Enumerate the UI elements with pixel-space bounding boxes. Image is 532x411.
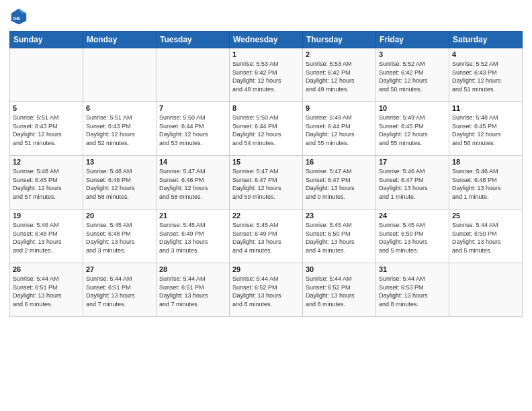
cell-info: Sunrise: 5:50 AM Sunset: 6:44 PM Dayligh… <box>232 113 300 147</box>
calendar-cell: 31Sunrise: 5:44 AM Sunset: 6:53 PM Dayli… <box>376 263 449 317</box>
cell-info: Sunrise: 5:44 AM Sunset: 6:52 PM Dayligh… <box>232 275 300 308</box>
calendar-cell: 3Sunrise: 5:52 AM Sunset: 6:42 PM Daylig… <box>376 48 449 102</box>
day-number: 23 <box>306 212 373 220</box>
day-number: 8 <box>232 104 300 112</box>
day-number: 10 <box>379 104 446 112</box>
calendar-cell: 26Sunrise: 5:44 AM Sunset: 6:51 PM Dayli… <box>10 263 83 317</box>
calendar-cell: 15Sunrise: 5:47 AM Sunset: 6:47 PM Dayli… <box>230 156 303 210</box>
cell-info: Sunrise: 5:44 AM Sunset: 6:51 PM Dayligh… <box>86 275 153 308</box>
cell-info: Sunrise: 5:45 AM Sunset: 6:50 PM Dayligh… <box>306 221 373 255</box>
day-number: 2 <box>306 50 373 58</box>
day-number: 18 <box>452 158 519 166</box>
cell-info: Sunrise: 5:45 AM Sunset: 6:49 PM Dayligh… <box>232 221 300 255</box>
header-sunday: Sunday <box>10 32 83 48</box>
day-number: 1 <box>232 50 300 58</box>
calendar-header: SundayMondayTuesdayWednesdayThursdayFrid… <box>10 32 523 48</box>
cell-info: Sunrise: 5:51 AM Sunset: 6:43 PM Dayligh… <box>86 113 153 147</box>
day-number: 28 <box>159 265 226 273</box>
cell-info: Sunrise: 5:45 AM Sunset: 6:50 PM Dayligh… <box>379 221 446 255</box>
calendar-cell: 24Sunrise: 5:45 AM Sunset: 6:50 PM Dayli… <box>376 210 449 263</box>
cell-info: Sunrise: 5:44 AM Sunset: 6:50 PM Dayligh… <box>452 221 519 255</box>
cell-info: Sunrise: 5:44 AM Sunset: 6:53 PM Dayligh… <box>379 275 446 308</box>
day-number: 29 <box>232 265 300 273</box>
cell-info: Sunrise: 5:47 AM Sunset: 6:47 PM Dayligh… <box>232 167 300 201</box>
cell-info: Sunrise: 5:53 AM Sunset: 6:42 PM Dayligh… <box>232 60 300 93</box>
header-wednesday: Wednesday <box>230 32 303 48</box>
day-number: 27 <box>86 265 153 273</box>
calendar-cell: 27Sunrise: 5:44 AM Sunset: 6:51 PM Dayli… <box>83 263 157 317</box>
day-number: 15 <box>232 158 300 166</box>
calendar-cell <box>10 48 83 102</box>
calendar-cell <box>449 263 523 317</box>
day-number: 11 <box>452 104 519 112</box>
calendar-body: 1Sunrise: 5:53 AM Sunset: 6:42 PM Daylig… <box>10 48 523 317</box>
calendar-cell: 20Sunrise: 5:45 AM Sunset: 6:48 PM Dayli… <box>83 210 157 263</box>
day-number: 14 <box>159 158 226 166</box>
day-number: 3 <box>379 50 446 58</box>
calendar-cell <box>157 48 230 102</box>
day-number: 20 <box>86 212 153 220</box>
cell-info: Sunrise: 5:46 AM Sunset: 6:48 PM Dayligh… <box>13 221 80 255</box>
calendar-table: SundayMondayTuesdayWednesdayThursdayFrid… <box>9 31 523 317</box>
header-friday: Friday <box>376 32 449 48</box>
day-number: 16 <box>306 158 373 166</box>
calendar-cell: 13Sunrise: 5:48 AM Sunset: 6:46 PM Dayli… <box>83 156 157 210</box>
day-number: 17 <box>379 158 446 166</box>
calendar-cell: 17Sunrise: 5:46 AM Sunset: 6:47 PM Dayli… <box>376 156 449 210</box>
cell-info: Sunrise: 5:47 AM Sunset: 6:47 PM Dayligh… <box>306 167 373 201</box>
cell-info: Sunrise: 5:51 AM Sunset: 6:43 PM Dayligh… <box>13 113 80 147</box>
cell-info: Sunrise: 5:48 AM Sunset: 6:46 PM Dayligh… <box>86 167 153 201</box>
day-number: 21 <box>159 212 226 220</box>
week-row-0: 1Sunrise: 5:53 AM Sunset: 6:42 PM Daylig… <box>10 48 523 102</box>
day-number: 25 <box>452 212 519 220</box>
day-number: 31 <box>379 265 446 273</box>
cell-info: Sunrise: 5:44 AM Sunset: 6:51 PM Dayligh… <box>159 275 226 308</box>
cell-info: Sunrise: 5:49 AM Sunset: 6:45 PM Dayligh… <box>379 113 446 147</box>
calendar-cell: 6Sunrise: 5:51 AM Sunset: 6:43 PM Daylig… <box>83 102 157 156</box>
calendar-cell: 25Sunrise: 5:44 AM Sunset: 6:50 PM Dayli… <box>449 210 523 263</box>
cell-info: Sunrise: 5:50 AM Sunset: 6:44 PM Dayligh… <box>159 113 226 147</box>
day-number: 13 <box>86 158 153 166</box>
calendar-cell: 19Sunrise: 5:46 AM Sunset: 6:48 PM Dayli… <box>10 210 83 263</box>
calendar-cell: 1Sunrise: 5:53 AM Sunset: 6:42 PM Daylig… <box>230 48 303 102</box>
cell-info: Sunrise: 5:44 AM Sunset: 6:52 PM Dayligh… <box>306 275 373 308</box>
week-row-1: 5Sunrise: 5:51 AM Sunset: 6:43 PM Daylig… <box>10 102 523 156</box>
calendar-cell: 11Sunrise: 5:48 AM Sunset: 6:45 PM Dayli… <box>449 102 523 156</box>
calendar-cell <box>83 48 157 102</box>
calendar-cell: 7Sunrise: 5:50 AM Sunset: 6:44 PM Daylig… <box>157 102 230 156</box>
day-number: 5 <box>13 104 80 112</box>
header-saturday: Saturday <box>449 32 523 48</box>
cell-info: Sunrise: 5:48 AM Sunset: 6:45 PM Dayligh… <box>452 113 519 147</box>
calendar-cell: 29Sunrise: 5:44 AM Sunset: 6:52 PM Dayli… <box>230 263 303 317</box>
calendar-cell: 22Sunrise: 5:45 AM Sunset: 6:49 PM Dayli… <box>230 210 303 263</box>
day-number: 12 <box>13 158 80 166</box>
calendar-cell: 23Sunrise: 5:45 AM Sunset: 6:50 PM Dayli… <box>303 210 376 263</box>
cell-info: Sunrise: 5:52 AM Sunset: 6:43 PM Dayligh… <box>452 60 519 93</box>
cell-info: Sunrise: 5:45 AM Sunset: 6:48 PM Dayligh… <box>86 221 153 255</box>
header-row: SundayMondayTuesdayWednesdayThursdayFrid… <box>10 32 523 48</box>
week-row-4: 26Sunrise: 5:44 AM Sunset: 6:51 PM Dayli… <box>10 263 523 317</box>
calendar-cell: 5Sunrise: 5:51 AM Sunset: 6:43 PM Daylig… <box>10 102 83 156</box>
cell-info: Sunrise: 5:48 AM Sunset: 6:45 PM Dayligh… <box>13 167 80 201</box>
cell-info: Sunrise: 5:46 AM Sunset: 6:48 PM Dayligh… <box>452 167 519 201</box>
calendar-cell: 14Sunrise: 5:47 AM Sunset: 6:46 PM Dayli… <box>157 156 230 210</box>
calendar-cell: 12Sunrise: 5:48 AM Sunset: 6:45 PM Dayli… <box>10 156 83 210</box>
calendar-cell: 8Sunrise: 5:50 AM Sunset: 6:44 PM Daylig… <box>230 102 303 156</box>
cell-info: Sunrise: 5:44 AM Sunset: 6:51 PM Dayligh… <box>13 275 80 308</box>
calendar-cell: 16Sunrise: 5:47 AM Sunset: 6:47 PM Dayli… <box>303 156 376 210</box>
header-thursday: Thursday <box>303 32 376 48</box>
header-tuesday: Tuesday <box>157 32 230 48</box>
day-number: 26 <box>13 265 80 273</box>
week-row-3: 19Sunrise: 5:46 AM Sunset: 6:48 PM Dayli… <box>10 210 523 263</box>
day-number: 7 <box>159 104 226 112</box>
calendar-cell: 2Sunrise: 5:53 AM Sunset: 6:42 PM Daylig… <box>303 48 376 102</box>
calendar-cell: 30Sunrise: 5:44 AM Sunset: 6:52 PM Dayli… <box>303 263 376 317</box>
calendar-cell: 9Sunrise: 5:49 AM Sunset: 6:44 PM Daylig… <box>303 102 376 156</box>
day-number: 6 <box>86 104 153 112</box>
cell-info: Sunrise: 5:52 AM Sunset: 6:42 PM Dayligh… <box>379 60 446 93</box>
day-number: 9 <box>306 104 373 112</box>
header-monday: Monday <box>83 32 157 48</box>
day-number: 30 <box>306 265 373 273</box>
cell-info: Sunrise: 5:53 AM Sunset: 6:42 PM Dayligh… <box>306 60 373 93</box>
cell-info: Sunrise: 5:49 AM Sunset: 6:44 PM Dayligh… <box>306 113 373 147</box>
